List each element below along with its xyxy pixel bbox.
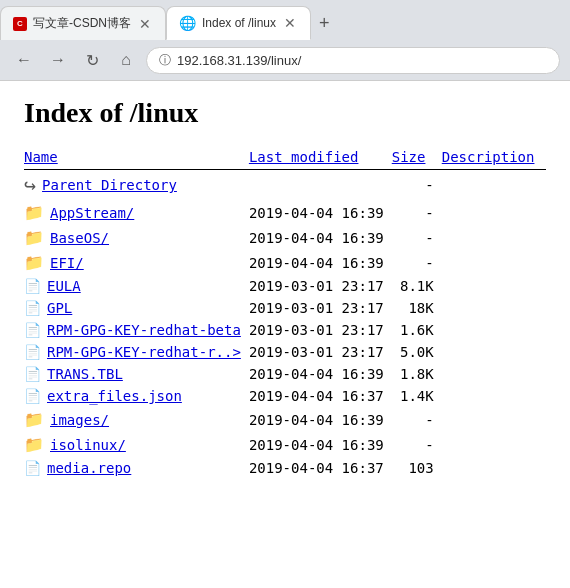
cell-modified: 2019-03-01 23:17 <box>249 275 392 297</box>
cell-size: 1.6K <box>392 319 442 341</box>
globe-favicon-icon: 🌐 <box>179 15 196 31</box>
cell-description <box>442 200 546 225</box>
file-link[interactable]: GPL <box>47 300 72 316</box>
home-button[interactable]: ⌂ <box>112 46 140 74</box>
cell-size: 8.1K <box>392 275 442 297</box>
cell-description <box>442 225 546 250</box>
table-row: 📁AppStream/2019-04-04 16:39- <box>24 200 546 225</box>
tab-csdn[interactable]: C 写文章-CSDN博客 ✕ <box>0 6 166 40</box>
table-row: 📄EULA2019-03-01 23:178.1K <box>24 275 546 297</box>
back-button[interactable]: ← <box>10 46 38 74</box>
cell-description <box>442 275 546 297</box>
cell-modified: 2019-04-04 16:39 <box>249 200 392 225</box>
file-key-icon: 📄 <box>24 344 41 360</box>
cell-modified: 2019-04-04 16:37 <box>249 457 392 479</box>
cell-name: 📄RPM-GPG-KEY-redhat-beta <box>24 319 249 341</box>
file-key-icon: 📄 <box>24 388 41 404</box>
folder-icon: 📁 <box>24 253 44 272</box>
file-link[interactable]: TRANS.TBL <box>47 366 123 382</box>
cell-description <box>442 363 546 385</box>
address-bar: ← → ↻ ⌂ ⓘ 192.168.31.139/linux/ <box>0 40 570 80</box>
tab-linux-close[interactable]: ✕ <box>282 15 298 31</box>
tab-linux[interactable]: 🌐 Index of /linux ✕ <box>166 6 311 40</box>
folder-icon: 📁 <box>24 410 44 429</box>
cell-size: - <box>392 250 442 275</box>
cell-description <box>442 250 546 275</box>
csdn-favicon-icon: C <box>13 17 27 31</box>
file-link[interactable]: RPM-GPG-KEY-redhat-beta <box>47 322 241 338</box>
file-key-icon: 📄 <box>24 322 41 338</box>
forward-button[interactable]: → <box>44 46 72 74</box>
table-row: 📁images/2019-04-04 16:39- <box>24 407 546 432</box>
table-row: 📁BaseOS/2019-04-04 16:39- <box>24 225 546 250</box>
browser-chrome: C 写文章-CSDN博客 ✕ 🌐 Index of /linux ✕ + ← →… <box>0 0 570 81</box>
cell-modified: 2019-04-04 16:39 <box>249 363 392 385</box>
cell-description <box>442 457 546 479</box>
cell-size: 103 <box>392 457 442 479</box>
table-row: 📄RPM-GPG-KEY-redhat-beta2019-03-01 23:17… <box>24 319 546 341</box>
col-header-description: Description <box>442 145 546 170</box>
cell-modified: 2019-03-01 23:17 <box>249 297 392 319</box>
file-icon: 📄 <box>24 300 41 316</box>
url-text: 192.168.31.139/linux/ <box>177 53 301 68</box>
table-row: 📄GPL2019-03-01 23:1718K <box>24 297 546 319</box>
cell-size: 1.8K <box>392 363 442 385</box>
col-header-name: Name <box>24 145 249 170</box>
cell-description <box>442 407 546 432</box>
cell-name: 📁images/ <box>24 407 249 432</box>
file-link[interactable]: AppStream/ <box>50 205 134 221</box>
cell-description <box>442 341 546 363</box>
file-link[interactable]: EFI/ <box>50 255 84 271</box>
col-size-link[interactable]: Size <box>392 149 426 165</box>
folder-icon: 📁 <box>24 435 44 454</box>
cell-modified <box>249 170 392 201</box>
cell-name: 📁EFI/ <box>24 250 249 275</box>
cell-size: - <box>392 225 442 250</box>
cell-name: ↩Parent Directory <box>24 170 249 201</box>
cell-size: - <box>392 200 442 225</box>
col-desc-link[interactable]: Description <box>442 149 535 165</box>
file-link[interactable]: EULA <box>47 278 81 294</box>
page-content: Index of /linux Name Last modified Size … <box>0 81 570 495</box>
tab-bar: C 写文章-CSDN博客 ✕ 🌐 Index of /linux ✕ + <box>0 0 570 40</box>
table-row: 📁EFI/2019-04-04 16:39- <box>24 250 546 275</box>
cell-modified: 2019-03-01 23:17 <box>249 341 392 363</box>
file-link[interactable]: media.repo <box>47 460 131 476</box>
table-header-row: Name Last modified Size Description <box>24 145 546 170</box>
cell-name: 📁BaseOS/ <box>24 225 249 250</box>
col-name-link[interactable]: Name <box>24 149 58 165</box>
new-tab-button[interactable]: + <box>311 6 338 40</box>
folder-icon: 📁 <box>24 203 44 222</box>
cell-description <box>442 385 546 407</box>
file-key-icon: 📄 <box>24 366 41 382</box>
cell-name: 📄EULA <box>24 275 249 297</box>
col-header-modified: Last modified <box>249 145 392 170</box>
url-bar[interactable]: ⓘ 192.168.31.139/linux/ <box>146 47 560 74</box>
cell-modified: 2019-04-04 16:39 <box>249 250 392 275</box>
cell-name: 📁AppStream/ <box>24 200 249 225</box>
file-link[interactable]: Parent Directory <box>42 177 177 193</box>
file-link[interactable]: images/ <box>50 412 109 428</box>
cell-name: 📄RPM-GPG-KEY-redhat-r..> <box>24 341 249 363</box>
directory-table: Name Last modified Size Description ↩Par… <box>24 145 546 479</box>
cell-modified: 2019-03-01 23:17 <box>249 319 392 341</box>
cell-size: - <box>392 170 442 201</box>
cell-modified: 2019-04-04 16:39 <box>249 225 392 250</box>
cell-size: - <box>392 407 442 432</box>
cell-name: 📁isolinux/ <box>24 432 249 457</box>
table-row: 📁isolinux/2019-04-04 16:39- <box>24 432 546 457</box>
folder-icon: 📁 <box>24 228 44 247</box>
cell-description <box>442 432 546 457</box>
file-link[interactable]: isolinux/ <box>50 437 126 453</box>
tab-csdn-close[interactable]: ✕ <box>137 16 153 32</box>
file-link[interactable]: BaseOS/ <box>50 230 109 246</box>
reload-button[interactable]: ↻ <box>78 46 106 74</box>
cell-description <box>442 297 546 319</box>
cell-name: 📄GPL <box>24 297 249 319</box>
cell-description <box>442 170 546 201</box>
info-icon: ⓘ <box>159 52 171 69</box>
file-link[interactable]: RPM-GPG-KEY-redhat-r..> <box>47 344 241 360</box>
file-icon: 📄 <box>24 278 41 294</box>
file-link[interactable]: extra_files.json <box>47 388 182 404</box>
col-modified-link[interactable]: Last modified <box>249 149 359 165</box>
